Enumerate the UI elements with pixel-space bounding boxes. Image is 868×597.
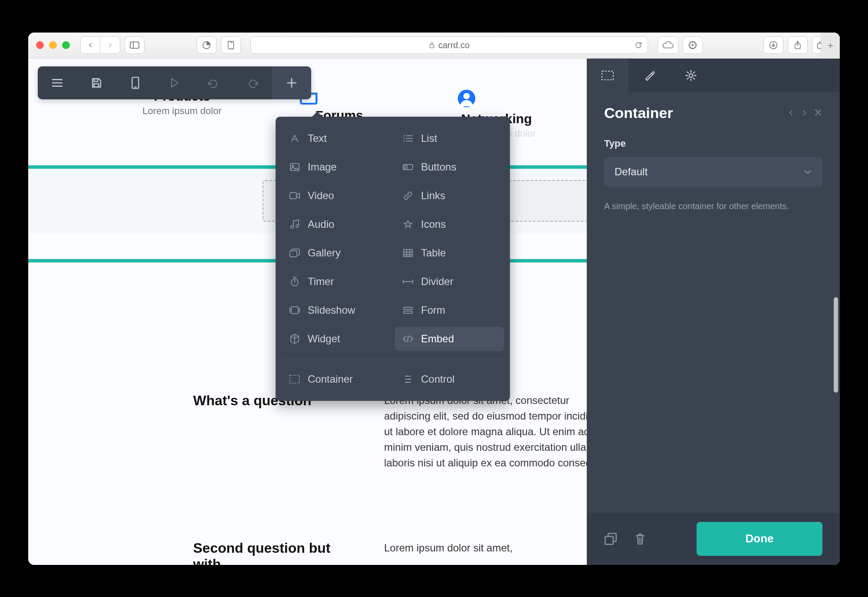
add-item-container[interactable]: Container xyxy=(282,367,391,391)
inspector-next-button[interactable] xyxy=(801,108,808,118)
svg-rect-24 xyxy=(94,79,98,82)
device-preview-button[interactable] xyxy=(116,66,155,99)
add-item-icons[interactable]: Icons xyxy=(395,212,504,236)
svg-rect-41 xyxy=(290,193,296,199)
svg-rect-59 xyxy=(404,311,412,313)
inspector-footer: Done xyxy=(587,513,840,565)
save-button[interactable] xyxy=(77,66,116,99)
svg-line-73 xyxy=(639,537,640,542)
add-element-button[interactable] xyxy=(272,66,311,99)
faq-question: What's a question xyxy=(193,393,358,471)
inspector-tab-element[interactable] xyxy=(587,59,628,92)
back-button[interactable] xyxy=(80,36,100,54)
new-tab-button[interactable]: + xyxy=(821,33,840,59)
url-host: carrd.co xyxy=(438,40,470,50)
video-icon xyxy=(289,192,301,200)
address-bar[interactable]: carrd.co xyxy=(250,36,648,54)
share-button[interactable] xyxy=(788,36,808,54)
svg-point-20 xyxy=(463,93,470,99)
inspector-scrollbar[interactable] xyxy=(834,297,838,393)
inspector-close-button[interactable] xyxy=(814,108,822,118)
inspector-tab-style[interactable] xyxy=(628,59,670,92)
icloud-button[interactable] xyxy=(658,36,678,54)
svg-point-33 xyxy=(404,140,405,141)
reload-button[interactable] xyxy=(635,41,642,49)
add-item-label: Buttons xyxy=(421,161,456,173)
delete-button[interactable] xyxy=(635,532,646,545)
add-item-label: Image xyxy=(308,161,337,173)
svg-rect-68 xyxy=(602,71,613,80)
svg-line-12 xyxy=(690,47,691,48)
done-button[interactable]: Done xyxy=(697,522,822,556)
add-item-video[interactable]: Video xyxy=(282,184,391,208)
extensions-button[interactable] xyxy=(683,36,703,54)
audio-icon xyxy=(289,219,301,230)
forward-button[interactable] xyxy=(100,36,120,54)
svg-rect-55 xyxy=(291,307,298,314)
embed-icon xyxy=(402,335,414,343)
inspector-header: Container xyxy=(587,92,840,126)
container-icon xyxy=(289,374,301,384)
add-item-label: Control xyxy=(421,373,454,385)
control-icon xyxy=(402,374,414,384)
add-item-timer[interactable]: Timer xyxy=(282,269,391,294)
table-icon xyxy=(402,249,414,257)
svg-point-69 xyxy=(689,73,693,77)
inspector-tab-settings[interactable] xyxy=(670,59,712,92)
add-item-table[interactable]: Table xyxy=(395,241,504,265)
form-icon xyxy=(402,306,414,314)
add-item-audio[interactable]: Audio xyxy=(282,212,391,236)
add-item-form[interactable]: Form xyxy=(395,298,504,322)
inspector-title: Container xyxy=(604,105,673,121)
reader-button[interactable] xyxy=(221,36,241,54)
divider-icon xyxy=(402,279,414,284)
svg-point-32 xyxy=(404,138,405,139)
browser-titlebar: carrd.co + xyxy=(28,33,840,59)
svg-line-60 xyxy=(408,336,408,342)
downloads-button[interactable] xyxy=(763,36,783,54)
add-item-text[interactable]: Text xyxy=(282,126,391,151)
svg-rect-72 xyxy=(605,536,613,544)
add-item-label: Text xyxy=(308,132,327,144)
add-item-label: Gallery xyxy=(308,247,341,259)
svg-line-74 xyxy=(641,537,641,542)
type-select[interactable]: Default xyxy=(604,157,822,187)
redo-button[interactable] xyxy=(194,66,233,99)
add-item-control[interactable]: Control xyxy=(395,367,504,391)
slideshow-icon xyxy=(289,306,301,315)
privacy-button[interactable] xyxy=(197,36,217,54)
add-item-label: Widget xyxy=(308,333,340,345)
list-icon xyxy=(402,134,414,142)
menu-button[interactable] xyxy=(38,66,77,99)
add-item-embed[interactable]: Embed xyxy=(395,327,504,351)
sidebar-toggle-button[interactable] xyxy=(125,36,145,54)
window-zoom-button[interactable] xyxy=(62,41,70,49)
add-item-divider[interactable]: Divider xyxy=(395,269,504,294)
duplicate-button[interactable] xyxy=(604,532,617,545)
inspector-body: Type Default A simple, styleable contain… xyxy=(587,126,840,513)
undo-button[interactable] xyxy=(233,66,272,99)
svg-point-31 xyxy=(404,135,405,136)
type-select-value: Default xyxy=(615,166,648,178)
add-item-label: Links xyxy=(421,190,445,202)
window-minimize-button[interactable] xyxy=(49,41,57,49)
add-item-label: Form xyxy=(421,304,445,316)
svg-line-13 xyxy=(694,43,695,43)
text-icon xyxy=(289,134,301,143)
add-item-slideshow[interactable]: Slideshow xyxy=(282,298,391,322)
add-item-buttons[interactable]: Buttons xyxy=(395,155,504,179)
inspector-prev-button[interactable] xyxy=(788,108,795,118)
add-item-widget[interactable]: Widget xyxy=(282,327,391,351)
svg-line-11 xyxy=(694,47,695,48)
add-item-label: Divider xyxy=(421,276,454,288)
add-item-gallery[interactable]: Gallery xyxy=(282,241,391,265)
browser-window: carrd.co + Products L xyxy=(28,33,840,565)
add-item-list[interactable]: List xyxy=(395,126,504,151)
add-item-image[interactable]: Image xyxy=(282,155,391,179)
svg-rect-42 xyxy=(290,251,297,257)
faq-answer: Lorem ipsum dolor sit amet, consectetur … xyxy=(384,393,610,471)
play-button[interactable] xyxy=(155,66,194,99)
menu-separator xyxy=(283,359,502,359)
window-close-button[interactable] xyxy=(36,41,44,49)
add-item-links[interactable]: Links xyxy=(395,184,504,208)
